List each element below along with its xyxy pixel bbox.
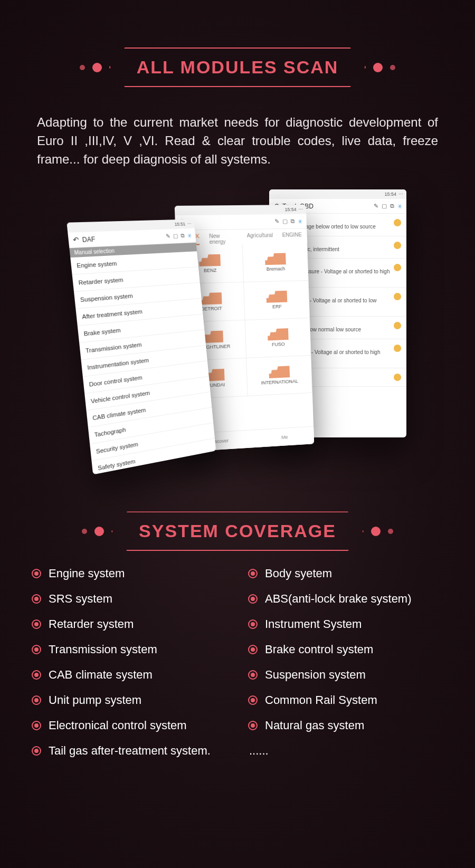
decor-dot-icon	[80, 65, 85, 70]
coverage-item: Electronical control system	[32, 719, 227, 732]
note-icon: ✎	[374, 203, 378, 209]
bullet-ring-icon	[248, 619, 258, 629]
app-bar-icons: ✎▢⧉⚹	[374, 203, 402, 209]
coverage-item: Retarder system	[32, 617, 227, 631]
coverage-label: Body syetem	[265, 567, 332, 580]
coverage-item: SRS system	[32, 592, 227, 606]
phone-status-bar: 15:54⋯	[269, 189, 406, 199]
coverage-col-right: Body syetemABS(anti-lock brake system)In…	[248, 567, 443, 758]
coverage-label: Instrument System	[265, 617, 362, 631]
coverage-item: Suspension system	[248, 668, 443, 682]
brand-label: INTERNATIONAL	[261, 379, 298, 386]
coverage-label: ABS(anti-lock brake system)	[265, 592, 412, 606]
coverage-columns: Engine systemSRS systemRetarder systemTr…	[32, 567, 443, 758]
coverage-label: Common Rail System	[265, 693, 377, 707]
coin-icon	[394, 374, 401, 381]
coverage-label: Suspension system	[265, 668, 366, 682]
bullet-ring-icon	[32, 670, 41, 680]
brand-label: DETROIT	[201, 306, 222, 312]
screenshot-icon: ⧉	[180, 233, 185, 240]
status-time: 15:51	[174, 222, 185, 227]
screenshot-icon: ⧉	[390, 203, 394, 209]
tab: New energy	[209, 233, 238, 245]
description-text: Adapting to the current market needs for…	[37, 113, 438, 168]
heading-row-system-coverage: SYSTEM COVERAGE	[0, 511, 475, 551]
bullet-ring-icon	[248, 670, 258, 680]
bluetooth-icon: ⚹	[298, 218, 302, 225]
screenshot-icon: ⧉	[290, 218, 294, 225]
coverage-label: Brake control system	[265, 643, 373, 656]
note-icon: ✎	[166, 233, 171, 240]
coverage-item: Unit pump system	[32, 693, 227, 707]
decor-dot-icon	[390, 65, 395, 70]
note-icon: ✎	[274, 218, 279, 225]
bluetooth-icon: ⚹	[187, 232, 192, 239]
coverage-item: CAB climate system	[32, 668, 227, 682]
bullet-ring-icon	[248, 695, 258, 705]
coverage-item: Common Rail System	[248, 693, 443, 707]
decor-dot-icon	[82, 529, 87, 534]
heading-system-coverage: SYSTEM COVERAGE	[111, 511, 364, 551]
truck-icon	[269, 366, 290, 379]
bullet-ring-icon	[32, 695, 41, 705]
heading-all-modules: ALL MODULES SCAN	[109, 47, 366, 87]
truck-icon	[268, 328, 289, 340]
tab: Agricultural	[246, 233, 273, 245]
coin-icon	[394, 219, 401, 226]
brand-label: BENZ	[204, 268, 217, 274]
coin-icon	[394, 242, 401, 249]
truck-icon	[266, 291, 287, 303]
status-time: 15:54	[284, 207, 296, 212]
nav-me: Me	[281, 434, 288, 440]
coverage-item: Body syetem	[248, 567, 443, 580]
coverage-label: Engine system	[49, 567, 125, 580]
coverage-item: Transmission system	[32, 643, 227, 656]
bullet-ring-icon	[32, 746, 41, 756]
bullet-ring-icon	[32, 594, 41, 604]
coin-icon	[394, 345, 401, 352]
coverage-label: Transmission system	[49, 643, 157, 656]
decor-dot-icon	[388, 529, 393, 534]
coverage-label: SRS system	[49, 592, 112, 606]
coverage-item: Instrument System	[248, 617, 443, 631]
decor-dot-icon	[92, 63, 102, 72]
coverage-label: Unit pump system	[49, 693, 141, 707]
bullet-ring-icon	[248, 721, 258, 730]
brand-cell: FUSO	[245, 318, 311, 358]
truck-icon	[199, 254, 221, 266]
brand-label: Bremach	[267, 266, 286, 272]
decor-dot-icon	[94, 527, 104, 536]
brand-label: FUSO	[272, 342, 285, 348]
brand-cell: INTERNATIONAL	[246, 356, 312, 396]
status-time: 15:54	[384, 192, 396, 197]
decor-dot-icon	[373, 63, 383, 72]
coin-icon	[394, 322, 401, 329]
phone-screenshot-daf: 15:51⋯ DAF ✎▢⧉⚹ Manual selection Engine …	[66, 220, 216, 475]
app-bar-icons: ✎▢⧉⚹	[166, 232, 192, 240]
tab: ENGINE	[282, 232, 302, 244]
camera-icon: ▢	[382, 203, 387, 209]
coin-icon	[394, 264, 401, 271]
bullet-ring-icon	[32, 619, 41, 629]
coverage-item: Brake control system	[248, 643, 443, 656]
coverage-label: Tail gas after-treatment system.	[49, 744, 211, 758]
truck-icon	[265, 253, 286, 265]
system-list: Engine systemRetarder systemSuspension s…	[70, 252, 216, 475]
camera-icon: ▢	[282, 218, 288, 225]
coverage-label: Electronical control system	[49, 719, 187, 732]
brand-label: ERF	[272, 304, 282, 309]
coverage-item: Engine system	[32, 567, 227, 580]
heading-row-all-modules: ALL MODULES SCAN	[0, 47, 475, 87]
coverage-label: Natural gas system	[265, 719, 364, 732]
bullet-ring-icon	[32, 721, 41, 730]
coverage-col-left: Engine systemSRS systemRetarder systemTr…	[32, 567, 227, 758]
coverage-item: ABS(anti-lock brake system)	[248, 592, 443, 606]
bullet-ring-icon	[32, 645, 41, 654]
bullet-ring-icon	[248, 594, 258, 604]
phone-screenshots-group: 15:51⋯ DAF ✎▢⧉⚹ Manual selection Engine …	[0, 174, 475, 511]
decor-dot-icon	[371, 527, 381, 536]
coverage-label: Retarder system	[49, 617, 134, 631]
coverage-item: Tail gas after-treatment system.	[32, 744, 227, 758]
brand-cell: Bremach	[243, 243, 309, 282]
coverage-item: Natural gas system	[248, 719, 443, 732]
